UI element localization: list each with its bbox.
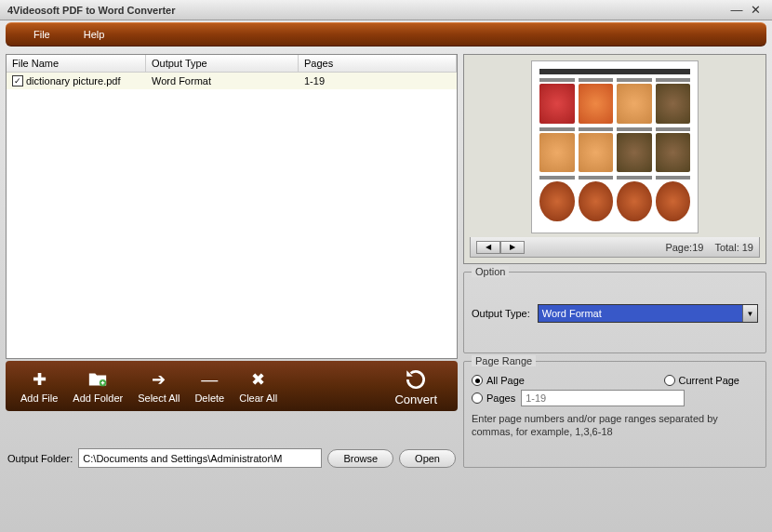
output-folder-label: Output Folder: [7, 453, 73, 464]
arrow-right-icon: ➔ [148, 368, 170, 391]
file-pages: 1-19 [299, 73, 457, 89]
window-title: 4Videosoft PDF to Word Converter [7, 5, 727, 16]
title-bar: 4Videosoft PDF to Word Converter — ✕ [0, 0, 772, 20]
refresh-icon [403, 366, 429, 392]
total-indicator: Total: 19 [714, 242, 753, 253]
file-list: File Name Output Type Pages ✓ dictionary… [6, 54, 458, 359]
radio-pages[interactable] [472, 392, 483, 404]
all-page-label: All Page [486, 375, 525, 386]
pages-input[interactable] [521, 390, 685, 406]
add-folder-button[interactable]: Add Folder [65, 368, 130, 404]
minimize-button[interactable]: — [727, 3, 746, 17]
plus-icon: ✚ [28, 368, 50, 391]
menu-file[interactable]: File [17, 29, 67, 40]
add-file-button[interactable]: ✚ Add File [13, 368, 65, 404]
file-row[interactable]: ✓ dictionary picture.pdf Word Format 1-1… [7, 73, 457, 89]
page-indicator: Page:19 [665, 242, 703, 253]
output-folder-row: Output Folder: Browse Open [6, 448, 458, 468]
action-toolbar: ✚ Add File Add Folder ➔ Select All — Del… [6, 361, 458, 411]
file-output-type: Word Format [146, 73, 299, 89]
preview-nav: ◀ ▶ Page:19 Total: 19 [470, 237, 760, 258]
range-hint: Enter page numbers and/or page ranges se… [472, 412, 758, 439]
open-button[interactable]: Open [399, 449, 456, 468]
output-type-select[interactable]: Word Format ▼ [538, 304, 758, 323]
folder-plus-icon [87, 368, 109, 391]
next-page-button[interactable]: ▶ [500, 241, 525, 254]
file-checkbox[interactable]: ✓ [12, 75, 23, 86]
menu-help[interactable]: Help [67, 29, 122, 40]
select-all-button[interactable]: ➔ Select All [130, 368, 187, 404]
close-button[interactable]: ✕ [746, 3, 765, 17]
col-output-type[interactable]: Output Type [146, 55, 299, 72]
range-title: Page Range [472, 355, 536, 366]
col-pages[interactable]: Pages [299, 55, 457, 72]
option-group: Option Output Type: Word Format ▼ [463, 272, 766, 353]
minus-icon: — [198, 368, 220, 391]
browse-button[interactable]: Browse [327, 449, 393, 468]
preview-panel: ◀ ▶ Page:19 Total: 19 [463, 54, 766, 264]
current-page-label: Current Page [679, 375, 739, 386]
option-title: Option [472, 266, 509, 277]
radio-all-page[interactable] [472, 375, 483, 386]
preview-page [531, 60, 699, 233]
col-filename[interactable]: File Name [7, 55, 146, 72]
x-icon: ✖ [247, 368, 270, 391]
page-range-group: Page Range All Page Current Page Pages E [463, 361, 766, 468]
delete-button[interactable]: — Delete [187, 368, 232, 404]
file-name: dictionary picture.pdf [26, 75, 121, 86]
clear-all-button[interactable]: ✖ Clear All [232, 368, 285, 404]
output-type-label: Output Type: [472, 308, 530, 319]
menu-bar: File Help [6, 22, 766, 47]
radio-current-page[interactable] [664, 375, 675, 386]
chevron-down-icon: ▼ [742, 305, 757, 322]
convert-button[interactable]: Convert [381, 366, 450, 406]
prev-page-button[interactable]: ◀ [476, 241, 500, 254]
file-list-header: File Name Output Type Pages [7, 55, 457, 73]
output-folder-input[interactable] [78, 448, 322, 468]
pages-label: Pages [486, 392, 515, 404]
